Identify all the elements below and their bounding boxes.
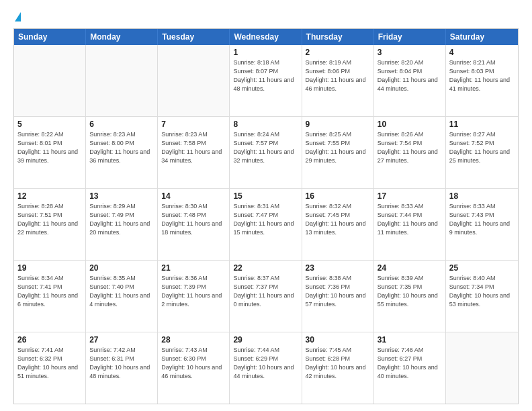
day-number: 30 [306,335,370,345]
calendar-cell: 16Sunrise: 8:32 AM Sunset: 7:45 PM Dayli… [302,189,374,260]
cell-text: Sunrise: 7:46 AM Sunset: 6:27 PM Dayligh… [378,346,442,381]
calendar-cell: 24Sunrise: 8:39 AM Sunset: 7:35 PM Dayli… [374,261,446,332]
calendar-header-cell: Saturday [446,29,518,45]
calendar-cell: 18Sunrise: 8:33 AM Sunset: 7:43 PM Dayli… [446,189,518,260]
day-number: 23 [306,263,370,273]
calendar-cell: 10Sunrise: 8:26 AM Sunset: 7:54 PM Dayli… [374,117,446,188]
cell-text: Sunrise: 7:43 AM Sunset: 6:30 PM Dayligh… [161,346,226,381]
calendar-header-row: SundayMondayTuesdayWednesdayThursdayFrid… [14,29,518,45]
calendar-week: 26Sunrise: 7:41 AM Sunset: 6:32 PM Dayli… [14,332,518,404]
day-number: 13 [89,191,154,201]
calendar-cell: 9Sunrise: 8:25 AM Sunset: 7:55 PM Daylig… [302,117,374,188]
cell-text: Sunrise: 8:27 AM Sunset: 7:52 PM Dayligh… [449,130,515,165]
day-number: 9 [306,120,370,129]
day-number: 14 [161,191,226,201]
cell-text: Sunrise: 8:30 AM Sunset: 7:48 PM Dayligh… [161,202,226,237]
day-number: 31 [378,335,442,345]
cell-text: Sunrise: 7:45 AM Sunset: 6:28 PM Dayligh… [306,346,370,381]
calendar-body: 1Sunrise: 8:18 AM Sunset: 8:07 PM Daylig… [14,45,518,404]
calendar-cell: 20Sunrise: 8:35 AM Sunset: 7:40 PM Dayli… [86,261,158,332]
calendar-cell: 30Sunrise: 7:45 AM Sunset: 6:28 PM Dayli… [302,332,374,404]
calendar-cell: 22Sunrise: 8:37 AM Sunset: 7:37 PM Dayli… [230,261,302,332]
cell-text: Sunrise: 8:25 AM Sunset: 7:55 PM Dayligh… [306,130,370,165]
cell-text: Sunrise: 8:35 AM Sunset: 7:40 PM Dayligh… [89,274,154,309]
day-number: 1 [233,48,298,57]
day-number: 4 [449,48,515,57]
calendar-cell [158,45,230,116]
cell-text: Sunrise: 8:38 AM Sunset: 7:36 PM Dayligh… [306,274,370,309]
calendar-cell: 17Sunrise: 8:33 AM Sunset: 7:44 PM Dayli… [374,189,446,260]
calendar-week: 12Sunrise: 8:28 AM Sunset: 7:51 PM Dayli… [14,189,518,261]
day-number: 10 [378,120,442,129]
calendar-header-cell: Wednesday [230,29,302,45]
cell-text: Sunrise: 8:23 AM Sunset: 8:00 PM Dayligh… [89,130,154,165]
day-number: 8 [233,120,298,129]
calendar-week: 5Sunrise: 8:22 AM Sunset: 8:01 PM Daylig… [14,117,518,189]
day-number: 12 [17,191,82,201]
calendar-cell: 27Sunrise: 7:42 AM Sunset: 6:31 PM Dayli… [86,332,158,404]
cell-text: Sunrise: 7:42 AM Sunset: 6:31 PM Dayligh… [89,346,154,381]
day-number: 16 [306,191,370,201]
calendar-header-cell: Tuesday [158,29,230,45]
header [13,12,519,21]
calendar-cell: 6Sunrise: 8:23 AM Sunset: 8:00 PM Daylig… [86,117,158,188]
day-number: 25 [449,263,515,273]
logo-triangle-icon [15,12,21,21]
day-number: 18 [449,191,515,201]
cell-text: Sunrise: 8:20 AM Sunset: 8:04 PM Dayligh… [378,58,442,93]
calendar-cell: 23Sunrise: 8:38 AM Sunset: 7:36 PM Dayli… [302,261,374,332]
calendar-cell: 5Sunrise: 8:22 AM Sunset: 8:01 PM Daylig… [14,117,86,188]
calendar-cell: 28Sunrise: 7:43 AM Sunset: 6:30 PM Dayli… [158,332,230,404]
calendar: SundayMondayTuesdayWednesdayThursdayFrid… [13,28,519,404]
calendar-cell: 8Sunrise: 8:24 AM Sunset: 7:57 PM Daylig… [230,117,302,188]
cell-text: Sunrise: 8:31 AM Sunset: 7:47 PM Dayligh… [233,202,298,237]
cell-text: Sunrise: 8:21 AM Sunset: 8:03 PM Dayligh… [449,58,515,93]
calendar-cell: 29Sunrise: 7:44 AM Sunset: 6:29 PM Dayli… [230,332,302,404]
page: SundayMondayTuesdayWednesdayThursdayFrid… [0,0,532,411]
cell-text: Sunrise: 8:37 AM Sunset: 7:37 PM Dayligh… [233,274,298,309]
cell-text: Sunrise: 8:33 AM Sunset: 7:44 PM Dayligh… [378,202,442,237]
day-number: 6 [89,120,154,129]
day-number: 21 [161,263,226,273]
day-number: 19 [17,263,82,273]
calendar-cell: 26Sunrise: 7:41 AM Sunset: 6:32 PM Dayli… [14,332,86,404]
cell-text: Sunrise: 8:24 AM Sunset: 7:57 PM Dayligh… [233,130,298,165]
day-number: 26 [17,335,82,345]
calendar-cell: 19Sunrise: 8:34 AM Sunset: 7:41 PM Dayli… [14,261,86,332]
day-number: 20 [89,263,154,273]
day-number: 28 [161,335,226,345]
day-number: 2 [306,48,370,57]
cell-text: Sunrise: 8:28 AM Sunset: 7:51 PM Dayligh… [17,202,82,237]
calendar-cell: 11Sunrise: 8:27 AM Sunset: 7:52 PM Dayli… [446,117,518,188]
cell-text: Sunrise: 8:39 AM Sunset: 7:35 PM Dayligh… [378,274,442,309]
cell-text: Sunrise: 8:22 AM Sunset: 8:01 PM Dayligh… [17,130,82,165]
cell-text: Sunrise: 7:44 AM Sunset: 6:29 PM Dayligh… [233,346,298,381]
calendar-cell: 3Sunrise: 8:20 AM Sunset: 8:04 PM Daylig… [374,45,446,116]
calendar-cell: 12Sunrise: 8:28 AM Sunset: 7:51 PM Dayli… [14,189,86,260]
cell-text: Sunrise: 8:32 AM Sunset: 7:45 PM Dayligh… [306,202,370,237]
calendar-cell [14,45,86,116]
cell-text: Sunrise: 8:26 AM Sunset: 7:54 PM Dayligh… [378,130,442,165]
day-number: 11 [449,120,515,129]
calendar-week: 19Sunrise: 8:34 AM Sunset: 7:41 PM Dayli… [14,261,518,332]
day-number: 24 [378,263,442,273]
cell-text: Sunrise: 8:29 AM Sunset: 7:49 PM Dayligh… [89,202,154,237]
cell-text: Sunrise: 8:36 AM Sunset: 7:39 PM Dayligh… [161,274,226,309]
calendar-cell: 4Sunrise: 8:21 AM Sunset: 8:03 PM Daylig… [446,45,518,116]
cell-text: Sunrise: 8:34 AM Sunset: 7:41 PM Dayligh… [17,274,82,309]
day-number: 27 [89,335,154,345]
calendar-header-cell: Thursday [302,29,374,45]
calendar-cell: 1Sunrise: 8:18 AM Sunset: 8:07 PM Daylig… [230,45,302,116]
day-number: 17 [378,191,442,201]
day-number: 3 [378,48,442,57]
calendar-cell: 2Sunrise: 8:19 AM Sunset: 8:06 PM Daylig… [302,45,374,116]
cell-text: Sunrise: 8:19 AM Sunset: 8:06 PM Dayligh… [306,58,370,93]
cell-text: Sunrise: 8:40 AM Sunset: 7:34 PM Dayligh… [449,274,515,309]
calendar-header-cell: Monday [86,29,158,45]
logo [13,12,21,21]
day-number: 5 [17,120,82,129]
cell-text: Sunrise: 8:33 AM Sunset: 7:43 PM Dayligh… [449,202,515,237]
cell-text: Sunrise: 8:18 AM Sunset: 8:07 PM Dayligh… [233,58,298,93]
calendar-cell: 13Sunrise: 8:29 AM Sunset: 7:49 PM Dayli… [86,189,158,260]
day-number: 15 [233,191,298,201]
